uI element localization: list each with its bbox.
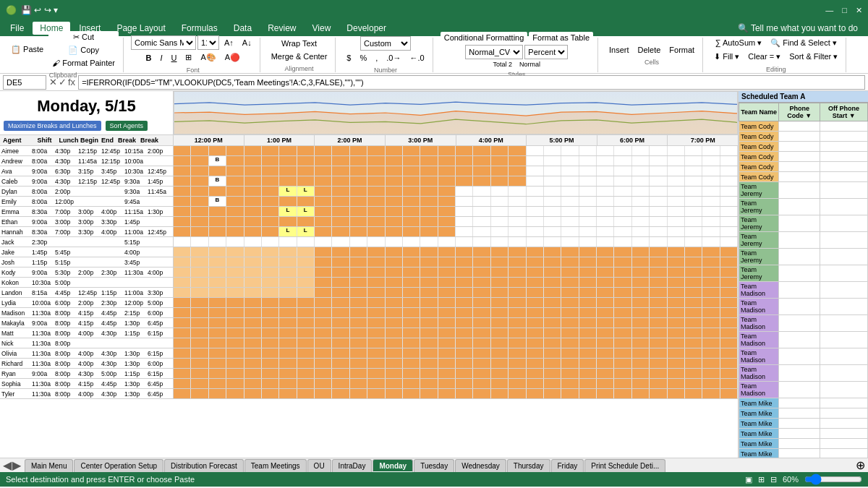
schedule-cell[interactable] [297,217,315,226]
schedule-cell[interactable] [632,217,650,226]
schedule-cell[interactable] [297,359,315,368]
schedule-cell[interactable] [332,156,349,166]
schedule-cell[interactable] [279,308,297,317]
schedule-cell[interactable] [614,247,631,257]
close-button[interactable]: ✕ [856,6,862,15]
schedule-cell[interactable] [209,288,226,297]
schedule-cell[interactable] [191,146,208,155]
view-normal-button[interactable]: ▣ [745,475,752,484]
schedule-cell[interactable] [244,267,262,277]
agent-schedule-bar[interactable]: LL [174,187,738,196]
schedule-cell[interactable] [191,298,208,307]
schedule-cell[interactable] [191,369,208,378]
cell-reference-input[interactable] [3,75,46,90]
schedule-cell[interactable] [420,176,438,186]
insert-function-icon[interactable]: fx [68,77,75,87]
schedule-cell[interactable] [386,217,403,226]
schedule-cell[interactable] [632,338,650,348]
agent-schedule-bar[interactable]: B [174,176,738,186]
schedule-cell[interactable] [456,318,473,328]
schedule-cell[interactable] [403,308,420,317]
schedule-cell[interactable] [720,288,738,297]
schedule-cell[interactable] [279,257,297,267]
schedule-cell[interactable] [650,247,667,257]
schedule-cell[interactable] [297,247,315,257]
schedule-cell[interactable] [332,237,349,247]
schedule-cell[interactable] [438,267,456,277]
schedule-cell[interactable] [209,237,226,247]
schedule-cell[interactable] [509,328,526,338]
schedule-cell[interactable] [297,308,315,317]
schedule-cell[interactable] [509,308,526,317]
schedule-cell[interactable] [668,176,685,186]
schedule-cell[interactable] [262,257,279,267]
schedule-cell[interactable] [350,146,367,155]
schedule-cell[interactable] [685,308,702,317]
schedule-cell[interactable] [420,348,438,358]
cell-style-select2[interactable]: Percent 2 [524,45,568,59]
schedule-cell[interactable] [632,298,650,307]
schedule-cell[interactable] [720,146,738,155]
schedule-cell[interactable] [350,379,367,388]
schedule-cell[interactable] [650,348,667,358]
schedule-cell[interactable] [367,389,385,398]
schedule-cell[interactable] [403,217,420,226]
paste-button[interactable]: 📋 Paste [7,43,47,56]
tab-main-menu[interactable]: Main Menu [25,459,73,472]
font-size-decrease[interactable]: A↓ [239,37,255,48]
schedule-cell[interactable] [386,227,403,236]
schedule-cell[interactable] [403,176,420,186]
schedule-cell[interactable] [191,176,208,186]
schedule-cell[interactable] [544,197,561,206]
schedule-cell[interactable] [279,348,297,358]
schedule-cell[interactable] [561,227,579,236]
schedule-cell[interactable] [386,389,403,398]
schedule-cell[interactable] [527,308,544,317]
schedule-cell[interactable] [191,207,208,216]
schedule-cell[interactable] [456,328,473,338]
schedule-cell[interactable] [226,146,244,155]
schedule-cell[interactable] [650,257,667,267]
schedule-cell[interactable] [614,156,631,166]
schedule-cell[interactable] [527,288,544,297]
schedule-cell[interactable] [527,166,544,176]
schedule-cell[interactable] [456,257,473,267]
comma-button[interactable]: , [372,52,381,64]
schedule-cell[interactable] [438,389,456,398]
schedule-cell[interactable] [209,298,226,307]
schedule-cell[interactable] [668,288,685,297]
schedule-cell[interactable] [262,328,279,338]
schedule-cell[interactable] [579,379,597,388]
schedule-cell[interactable] [209,359,226,368]
schedule-cell[interactable] [174,156,191,166]
schedule-cell[interactable] [473,227,490,236]
schedule-cell[interactable] [491,267,509,277]
schedule-cell[interactable] [650,197,667,206]
schedule-cell[interactable] [702,338,720,348]
schedule-cell[interactable] [632,187,650,196]
schedule-cell[interactable] [350,298,367,307]
schedule-cell[interactable] [367,156,385,166]
schedule-cell[interactable] [386,308,403,317]
schedule-cell[interactable] [650,207,667,216]
schedule-cell[interactable] [456,369,473,378]
schedule-cell[interactable] [262,247,279,257]
cell-style-select1[interactable]: Normal_CVG... [465,45,523,59]
schedule-cell[interactable] [650,237,667,247]
schedule-cell[interactable] [386,369,403,378]
schedule-cell[interactable] [174,227,191,236]
underline-button[interactable]: U [168,52,181,64]
schedule-cell[interactable] [262,338,279,348]
agent-schedule-bar[interactable] [174,257,738,267]
schedule-cell[interactable] [350,369,367,378]
schedule-cell[interactable] [632,359,650,368]
schedule-cell[interactable] [509,146,526,155]
schedule-cell[interactable] [350,217,367,226]
schedule-cell[interactable] [315,278,332,287]
tab-monday[interactable]: Monday [373,459,413,472]
schedule-cell[interactable] [367,197,385,206]
schedule-cell[interactable] [702,176,720,186]
schedule-cell[interactable] [226,187,244,196]
view-page-layout-button[interactable]: ⊞ [758,475,765,484]
schedule-cell[interactable] [315,348,332,358]
